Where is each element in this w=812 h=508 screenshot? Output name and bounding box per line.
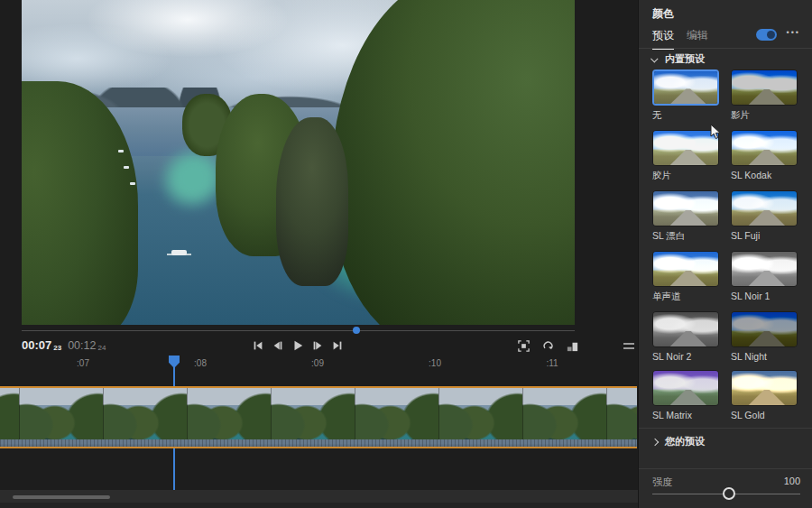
- preset-scene: [732, 191, 797, 226]
- timeline-scrollbar-thumb[interactable]: [13, 495, 110, 499]
- timeline-menu-button[interactable]: [623, 343, 634, 352]
- preset-item[interactable]: 单声道: [652, 251, 719, 303]
- divider: [639, 48, 812, 49]
- preset-scene: [732, 70, 797, 105]
- preset-road: [749, 89, 785, 105]
- preset-label: 胶片: [652, 170, 719, 182]
- preset-label: SL Kodak: [731, 170, 798, 180]
- preset-item[interactable]: SL 漂白: [652, 190, 719, 243]
- preset-scene: [732, 252, 797, 286]
- preset-scene: [653, 131, 718, 165]
- preset-road: [749, 390, 785, 405]
- loop-button[interactable]: [540, 337, 556, 354]
- timeline-clip[interactable]: [0, 386, 637, 448]
- preset-item[interactable]: SL Noir 1: [731, 251, 798, 303]
- preset-thumbnail[interactable]: [652, 130, 719, 166]
- preset-scene: [732, 371, 797, 405]
- loop-icon: [541, 339, 555, 353]
- preset-scene: [653, 371, 718, 405]
- panel-tabs: 预设 编辑: [652, 28, 708, 50]
- total-time: 00:12: [68, 339, 96, 352]
- tab-edit[interactable]: 编辑: [687, 28, 708, 50]
- timecode-display: 00:072300:1224: [22, 338, 106, 352]
- clip-thumbnail: [20, 388, 104, 439]
- preset-scene: [653, 312, 718, 346]
- preset-thumbnail[interactable]: [652, 370, 719, 406]
- preset-road: [670, 150, 706, 165]
- ruler-tick: :09: [311, 358, 324, 368]
- current-frames: 23: [53, 344, 61, 352]
- preset-item[interactable]: 胶片: [652, 130, 719, 182]
- skip-to-end-icon: [331, 339, 344, 352]
- transport-controls: [249, 337, 346, 355]
- preset-item[interactable]: SL Noir 2: [652, 311, 719, 362]
- play-button[interactable]: [289, 337, 307, 355]
- tab-presets[interactable]: 预设: [652, 28, 674, 50]
- timeline-scrollbar[interactable]: [0, 490, 638, 503]
- frame-forward-button[interactable]: [309, 337, 327, 355]
- preset-label: SL Fuji: [731, 230, 798, 241]
- preset-item[interactable]: 影片: [731, 69, 798, 122]
- preset-thumbnail[interactable]: [731, 69, 798, 106]
- preset-item[interactable]: SL Gold: [731, 370, 798, 420]
- viewer-tools: [515, 337, 580, 354]
- frame-forward-icon: [311, 339, 324, 352]
- skip-to-start-icon: [252, 339, 264, 352]
- preset-scene: [732, 131, 797, 165]
- skip-to-end-button[interactable]: [328, 337, 346, 355]
- preset-thumbnail[interactable]: [731, 311, 798, 347]
- preset-label: 无: [652, 109, 719, 122]
- quality-button[interactable]: [564, 337, 580, 354]
- preset-thumbnail[interactable]: [731, 251, 798, 287]
- preview-scrub-handle[interactable]: [353, 327, 360, 334]
- time-ruler[interactable]: :07:08:09:10:11: [0, 358, 638, 371]
- your-presets-label: 您的预设: [665, 435, 705, 448]
- clip-audio-strip: [0, 439, 637, 447]
- preview-small-boat: [118, 150, 124, 152]
- preset-thumbnail[interactable]: [652, 251, 719, 287]
- frame-back-button[interactable]: [269, 337, 287, 355]
- ruler-tick: :11: [546, 358, 558, 368]
- preset-label: SL Matrix: [652, 410, 719, 420]
- panel-title: 颜色: [652, 6, 674, 22]
- preview-main-boat: [171, 250, 187, 255]
- preset-thumbnail[interactable]: [731, 130, 798, 166]
- preset-thumbnail[interactable]: [731, 190, 798, 226]
- preset-thumbnail[interactable]: [731, 370, 798, 406]
- preset-item[interactable]: SL Kodak: [731, 130, 798, 182]
- preset-item[interactable]: SL Fuji: [731, 190, 798, 243]
- preset-thumbnail[interactable]: [652, 190, 719, 226]
- preset-label: 影片: [731, 109, 798, 122]
- preview-small-boat: [124, 166, 129, 169]
- preset-item[interactable]: SL Matrix: [652, 370, 719, 420]
- divider: [639, 428, 812, 429]
- your-presets-header[interactable]: 您的预设: [652, 435, 705, 448]
- fullscreen-button[interactable]: [515, 337, 531, 354]
- intensity-value: 100: [784, 476, 800, 486]
- preset-road: [749, 150, 785, 165]
- skip-to-start-button[interactable]: [249, 337, 267, 355]
- video-preview[interactable]: [22, 0, 575, 325]
- builtin-presets-header[interactable]: 内置预设: [652, 52, 705, 66]
- preset-road: [670, 390, 706, 405]
- preview-scrub-track[interactable]: [22, 330, 575, 331]
- fullscreen-icon: [517, 339, 531, 353]
- chevron-right-icon: [651, 438, 659, 445]
- preset-grid: 无 影片 胶片 SL Kodak SL 漂白: [652, 69, 798, 420]
- preset-thumbnail[interactable]: [652, 69, 719, 106]
- preset-thumbnail[interactable]: [652, 311, 719, 347]
- preset-scene: [654, 71, 717, 104]
- color-effect-toggle[interactable]: [756, 29, 777, 41]
- clip-thumbnail: [607, 388, 637, 439]
- play-icon: [291, 339, 304, 352]
- ruler-tick: :08: [194, 358, 207, 368]
- preset-road: [749, 331, 785, 346]
- preset-label: SL 漂白: [652, 230, 719, 243]
- preset-scene: [653, 191, 718, 226]
- intensity-slider-knob[interactable]: [723, 487, 735, 500]
- preset-item[interactable]: SL Night: [731, 311, 798, 362]
- preset-item[interactable]: 无: [652, 69, 719, 122]
- app-root: 00:072300:1224: [0, 0, 812, 508]
- panel-more-icon[interactable]: •••: [787, 28, 800, 37]
- current-time: 00:07: [22, 338, 51, 352]
